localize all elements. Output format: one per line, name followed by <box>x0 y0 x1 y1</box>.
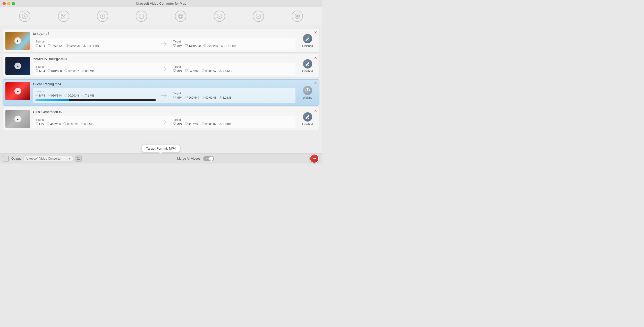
duration-icon <box>66 44 69 47</box>
format-icon <box>36 69 38 73</box>
target-section-turkey: Target MP4 1360*720 00:04:35 <box>173 40 293 47</box>
target-meta-row: MP4 416*236 00:03:02 2.8 KB <box>173 122 293 126</box>
source-section-turkey: Source MP4 1360*720 00:04:35 <box>36 40 156 47</box>
video-filename-yamaha: YAMAHA Racing2.mp4 <box>33 57 295 61</box>
finished-icon <box>303 112 312 122</box>
merge-toggle[interactable]: OFF <box>203 156 214 161</box>
svg-rect-20 <box>298 15 298 16</box>
toolbar-history[interactable] <box>292 11 303 22</box>
svg-line-6 <box>64 17 65 18</box>
source-size: 8.3 MB <box>81 69 94 73</box>
watermark-icon: A <box>253 11 264 22</box>
video-filename-ducati: Ducati Racing.mp4 <box>33 82 295 86</box>
maximize-button[interactable] <box>12 2 15 5</box>
target-duration: 00:04:35 <box>203 44 218 47</box>
target-size: 6.2 MB <box>219 96 232 99</box>
video-details-turkey: Source MP4 1360*720 00:04:35 <box>33 38 295 50</box>
svg-rect-66 <box>173 123 175 124</box>
toolbar-effects[interactable] <box>175 11 186 22</box>
target-label: Target <box>173 65 293 68</box>
toggle-state-label: OFF <box>205 157 209 160</box>
merge-area: Merge All Videos: OFF <box>177 156 214 161</box>
svg-rect-19 <box>296 15 297 16</box>
source-label: Source <box>36 90 156 93</box>
target-duration: 00:00:57 <box>202 69 216 73</box>
source-format: MP4 <box>36 44 45 47</box>
toggle-knob <box>209 157 213 161</box>
history-icon <box>292 11 303 22</box>
source-format: MP4 <box>36 94 45 97</box>
target-format: MP4 <box>173 122 183 126</box>
source-format: MP4 <box>36 69 45 73</box>
target-section-ducati: Target MP4 960*544 00:00:48 <box>173 92 293 99</box>
source-meta-row: MP4 1360*720 00:04:35 211.4 MB <box>36 44 156 47</box>
target-format: MP4 <box>173 69 183 73</box>
size-icon <box>81 69 84 73</box>
toolbar-info[interactable] <box>214 11 225 22</box>
close-video-turkey[interactable]: ✕ <box>314 31 317 34</box>
svg-rect-47 <box>36 94 38 96</box>
effects-icon <box>175 11 186 22</box>
svg-rect-26 <box>48 44 50 46</box>
folder-button[interactable] <box>75 156 82 162</box>
close-video-girls[interactable]: ✕ <box>314 109 317 113</box>
svg-rect-60 <box>36 123 38 124</box>
tooltip-text: Target Format: MP4 <box>146 147 176 150</box>
svg-point-74 <box>315 158 316 159</box>
play-button-yamaha[interactable]: ▶ <box>14 63 21 69</box>
video-details-ducati: Source MP4 960*544 00:00:48 <box>33 88 295 103</box>
add-file-button[interactable]: + <box>3 156 9 161</box>
status-label-yamaha: Finished <box>302 70 313 73</box>
video-item-turkey: ✕ ▶ turkey.mp4 Source MP4 1360*720 <box>3 29 319 53</box>
output-path-input[interactable] <box>24 156 73 161</box>
merge-label: Merge All Videos: <box>177 157 201 160</box>
video-item-ducati: ✕ ▶ Ducati Racing.mp4 Source MP4 960*54 <box>3 79 319 106</box>
size-icon <box>81 94 84 97</box>
target-meta-row: MP4 960*544 00:00:48 6.2 MB <box>173 96 293 99</box>
main-content: ✕ ▶ turkey.mp4 Source MP4 1360*720 <box>0 25 322 153</box>
svg-rect-53 <box>173 96 175 98</box>
svg-point-73 <box>313 158 313 159</box>
svg-rect-38 <box>48 70 50 71</box>
target-meta-row: MP4 640*368 00:00:57 7.6 MB <box>173 69 293 73</box>
source-size: 7.1 MB <box>81 94 94 97</box>
svg-rect-63 <box>47 123 49 124</box>
play-button-girls[interactable]: ▶ <box>14 116 21 122</box>
svg-rect-22 <box>298 16 298 17</box>
arrow-ducati <box>156 93 173 98</box>
source-meta-row: MP4 960*544 00:00:48 7.1 MB <box>36 94 156 97</box>
status-label-turkey: Finished <box>302 44 313 47</box>
target-label: Target <box>173 92 293 95</box>
play-button-ducati[interactable]: ▶ <box>14 88 21 94</box>
thumbnail-ducati[interactable]: ▶ <box>5 82 30 100</box>
resolution-icon <box>47 122 49 126</box>
svg-rect-50 <box>48 94 50 96</box>
video-info-girls: Girls' Generation.flv Source FLV 416*236 <box>33 110 295 128</box>
thumbnail-turkey[interactable]: ▶ <box>5 32 30 50</box>
thumbnail-girls[interactable]: ▶ <box>5 110 30 128</box>
toolbar-trim[interactable] <box>58 11 69 22</box>
target-size: 2.8 KB <box>219 122 231 126</box>
target-resolution: 960*544 <box>185 96 199 99</box>
convert-button[interactable] <box>310 154 319 163</box>
toolbar-watermark[interactable]: A <box>253 11 264 22</box>
video-info-yamaha: YAMAHA Racing2.mp4 Source MP4 640*368 <box>33 57 295 75</box>
target-duration-icon <box>203 44 206 47</box>
close-video-ducati[interactable]: ✕ <box>314 81 317 85</box>
toolbar-add[interactable] <box>19 11 30 22</box>
target-format: MP4 <box>173 44 183 47</box>
play-button-turkey[interactable]: ▶ <box>14 37 21 44</box>
minimize-button[interactable] <box>7 2 10 5</box>
source-duration: 00:00:48 <box>64 94 79 97</box>
video-details-girls: Source FLV 416*236 00:03:02 <box>33 116 295 128</box>
add-icon <box>19 11 30 22</box>
close-video-yamaha[interactable]: ✕ <box>314 56 317 59</box>
target-meta-row: MP4 1360*720 00:04:35 197.2 MB <box>173 44 293 47</box>
toolbar-compress[interactable]: Z <box>136 11 147 22</box>
close-button[interactable] <box>3 2 6 5</box>
thumbnail-yamaha[interactable]: ▶ <box>5 57 30 75</box>
size-icon <box>81 122 83 126</box>
toolbar-convert[interactable] <box>97 11 108 22</box>
target-label: Target <box>173 40 293 43</box>
duration-icon <box>64 94 67 97</box>
